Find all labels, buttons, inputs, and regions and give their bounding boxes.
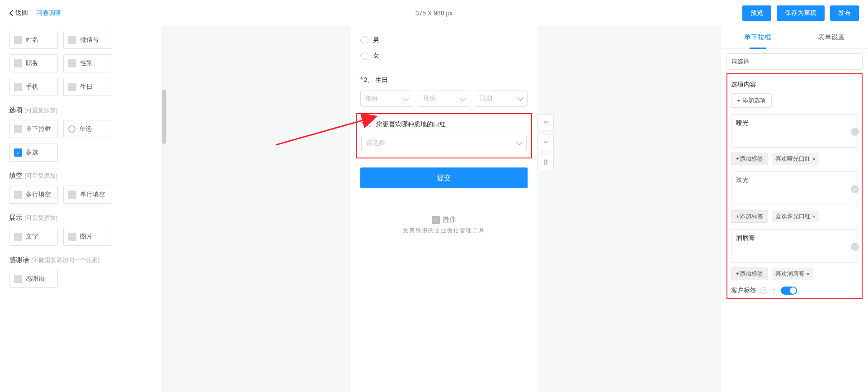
customer-tag-toggle[interactable] bbox=[781, 287, 797, 295]
tag-remove-icon[interactable]: × bbox=[812, 156, 816, 163]
chevron-down-icon bbox=[517, 95, 524, 101]
options-content-label: 选项内容 bbox=[731, 81, 858, 89]
calendar-icon bbox=[68, 83, 76, 91]
preview-canvas: 男 女 *2、 生日 年份 月份 日期 *3、 您更喜欢哪种质地的口红 请选择 bbox=[167, 26, 721, 392]
back-label: 返回 bbox=[15, 9, 28, 17]
radio-option-male[interactable]: 男 bbox=[360, 33, 528, 48]
day-select[interactable]: 日期 bbox=[475, 91, 528, 107]
widget-phone[interactable]: 手机 bbox=[9, 78, 58, 96]
widget-gender[interactable]: 性别 bbox=[63, 54, 112, 72]
preview-button[interactable]: 预览 bbox=[742, 5, 771, 21]
widget-thanks[interactable]: 感谢语 bbox=[9, 270, 58, 288]
option-delete-button[interactable]: − bbox=[851, 243, 859, 251]
checkbox-icon: ✓ bbox=[14, 148, 22, 157]
back-button[interactable]: 返回 bbox=[9, 9, 28, 17]
input-icon bbox=[68, 191, 76, 199]
section-fill-title: 填空 bbox=[9, 172, 23, 179]
widget-birthday[interactable]: 生日 bbox=[63, 78, 112, 96]
required-mark: * bbox=[360, 76, 363, 83]
option-item: − +添加标签 喜欢哑光口红× bbox=[731, 114, 858, 165]
chevron-down-icon bbox=[403, 95, 409, 101]
sidebar-scrollbar[interactable] bbox=[161, 26, 167, 392]
canvas-dimensions: 375 X 988 px bbox=[415, 10, 453, 17]
move-down-button[interactable] bbox=[538, 134, 554, 150]
dropdown-icon bbox=[14, 125, 22, 133]
widget-radio[interactable]: 单选 bbox=[63, 120, 112, 138]
save-draft-button[interactable]: 保存为草稿 bbox=[777, 5, 825, 21]
properties-panel: 单下拉框 表单设置 选项内容 +添加选项 − +添加标签 喜欢哑光口红× bbox=[721, 26, 868, 392]
section-show-title: 展示 bbox=[9, 214, 23, 221]
widget-textarea[interactable]: 多行填空 bbox=[9, 186, 58, 204]
radio-icon bbox=[68, 125, 75, 133]
tag-chip: 喜欢润唇膏× bbox=[772, 268, 814, 280]
thanks-icon bbox=[14, 275, 22, 283]
submit-button[interactable]: 提交 bbox=[360, 167, 528, 188]
plus-icon: + bbox=[737, 97, 741, 104]
publish-button[interactable]: 发布 bbox=[830, 5, 859, 21]
widget-sidebar: 姓名 微信号 职务 性别 手机 生日 选项(可重复添加) 单下拉框 单选 ✓多选… bbox=[0, 26, 167, 392]
radio-circle-icon bbox=[360, 36, 368, 44]
widget-job[interactable]: 职务 bbox=[9, 54, 58, 72]
customer-tag-label: 客户标签 bbox=[731, 287, 756, 295]
footer-brand: ✓微伴 免费好用的企业微信管理工具 bbox=[356, 215, 532, 234]
add-option-button[interactable]: +添加选项 bbox=[731, 93, 772, 108]
add-tag-button[interactable]: +添加标签 bbox=[731, 153, 768, 165]
option-item: − +添加标签 喜欢润唇膏× bbox=[731, 229, 858, 280]
option-delete-button[interactable]: − bbox=[851, 185, 859, 193]
widget-image[interactable]: 图片 bbox=[63, 228, 112, 246]
tag-chip: 喜欢哑光口红× bbox=[772, 153, 820, 165]
add-tag-button[interactable]: +添加标签 bbox=[731, 268, 768, 280]
add-tag-button[interactable]: +添加标签 bbox=[731, 210, 768, 223]
required-mark: * bbox=[361, 120, 363, 128]
text-icon bbox=[14, 233, 22, 241]
placeholder-input[interactable] bbox=[726, 53, 863, 70]
option-delete-button[interactable]: − bbox=[851, 128, 859, 136]
tag-chip: 喜欢珠光口红× bbox=[772, 210, 820, 222]
widget-wechat[interactable]: 微信号 bbox=[63, 31, 112, 49]
section-thanks-title: 感谢语 bbox=[9, 256, 29, 263]
option-item: − +添加标签 喜欢珠光口红× bbox=[731, 172, 858, 223]
option-text-input[interactable] bbox=[731, 114, 858, 148]
wechat-icon bbox=[68, 36, 76, 44]
tab-dropdown[interactable]: 单下拉框 bbox=[721, 26, 795, 48]
widget-textinput[interactable]: 单行填空 bbox=[63, 186, 112, 204]
radio-option-female[interactable]: 女 bbox=[360, 48, 528, 63]
options-content-section: 选项内容 +添加选项 − +添加标签 喜欢哑光口红× − +添加标签 喜欢珠光口 bbox=[726, 73, 863, 299]
question-birthday[interactable]: *2、 生日 年份 月份 日期 bbox=[356, 70, 532, 113]
tag-remove-icon[interactable]: × bbox=[812, 213, 816, 220]
widget-text[interactable]: 文字 bbox=[9, 228, 58, 246]
question-lipstick-selected[interactable]: *3、 您更喜欢哪种质地的口红 请选择 bbox=[356, 113, 532, 158]
lipstick-select[interactable]: 请选择 bbox=[361, 135, 527, 151]
briefcase-icon bbox=[14, 59, 22, 67]
section-options-title: 选项 bbox=[9, 106, 23, 114]
gender-icon bbox=[68, 59, 76, 67]
textarea-icon bbox=[14, 191, 22, 199]
widget-checkbox[interactable]: ✓多选 bbox=[9, 143, 58, 162]
option-text-input[interactable] bbox=[731, 172, 858, 205]
widget-name[interactable]: 姓名 bbox=[9, 31, 58, 49]
person-icon bbox=[14, 36, 22, 44]
image-icon bbox=[68, 233, 76, 241]
chevron-down-icon bbox=[460, 95, 466, 101]
tab-form-settings[interactable]: 表单设置 bbox=[795, 26, 868, 48]
help-icon[interactable]: ? bbox=[760, 287, 767, 294]
brand-icon: ✓ bbox=[432, 216, 440, 224]
breadcrumb[interactable]: 问卷调查 bbox=[36, 9, 61, 17]
delete-button[interactable] bbox=[538, 154, 554, 170]
move-up-button[interactable] bbox=[538, 114, 554, 130]
widget-dropdown[interactable]: 单下拉框 bbox=[9, 120, 58, 138]
scrollbar-thumb[interactable] bbox=[162, 90, 166, 144]
question-gender[interactable]: 男 女 bbox=[356, 26, 532, 70]
option-text-input[interactable] bbox=[731, 229, 858, 263]
radio-circle-icon bbox=[360, 52, 368, 60]
month-select[interactable]: 月份 bbox=[418, 91, 471, 107]
chevron-down-icon bbox=[516, 139, 523, 145]
year-select[interactable]: 年份 bbox=[360, 91, 413, 107]
tag-remove-icon[interactable]: × bbox=[807, 271, 810, 277]
phone-icon bbox=[14, 83, 22, 91]
